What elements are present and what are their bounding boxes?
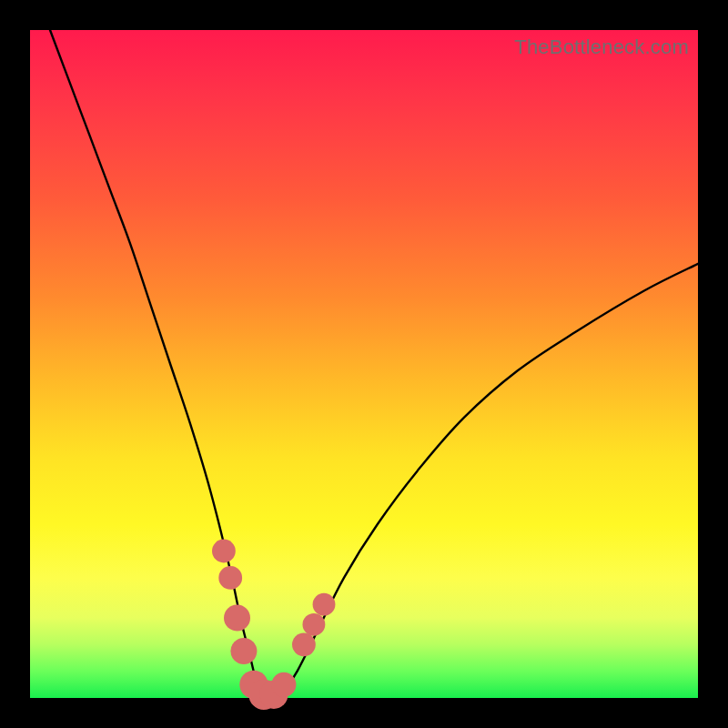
curve-markers [212, 540, 335, 710]
chart-frame: TheBottleneck.com [0, 0, 728, 728]
bottleneck-curve-path [50, 30, 698, 699]
curve-marker [218, 566, 242, 590]
curve-marker [313, 593, 336, 616]
curve-marker [292, 632, 316, 656]
curve-marker [230, 638, 257, 664]
curve-marker [303, 613, 326, 636]
plot-area: TheBottleneck.com [30, 30, 698, 698]
curve-layer [30, 30, 698, 698]
curve-marker [212, 540, 236, 563]
curve-marker [224, 604, 250, 631]
curve-marker [271, 672, 296, 697]
